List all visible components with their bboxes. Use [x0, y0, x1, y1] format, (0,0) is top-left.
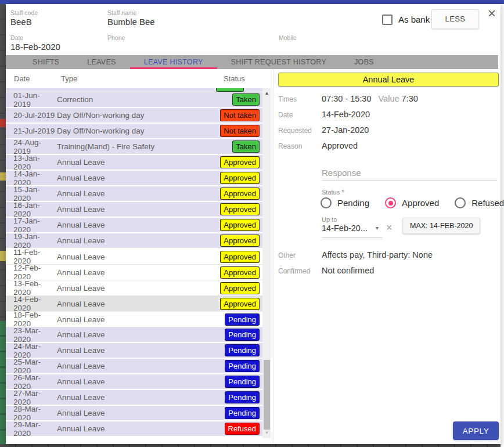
table-row[interactable]: 20-Jul-2019Day Off/Non-working dayNot ta… — [6, 108, 262, 124]
cell-type: Annual Leave — [57, 268, 199, 277]
status-badge: Approved — [220, 156, 260, 168]
status-badge: Pending — [225, 376, 260, 388]
table-row[interactable]: 28-Mar-2020Annual LeavePending — [6, 406, 262, 421]
table-row[interactable]: 23-Mar-2020Annual LeavePending — [6, 327, 262, 343]
status-badge: Approved — [220, 282, 260, 294]
table-row[interactable]: 16-Jan-2020Annual LeaveApproved — [6, 202, 262, 218]
value-label: Value — [379, 94, 399, 103]
table-row[interactable]: 14-Jan-2020Annual LeaveApproved — [6, 171, 262, 186]
cell-date: 12-Feb-2020 — [6, 264, 57, 281]
cell-type: Annual Leave — [57, 315, 199, 324]
tab-leave-history[interactable]: LEAVE HISTORY — [130, 55, 217, 69]
cell-status: Pending — [199, 344, 262, 356]
table-row[interactable]: 12-Feb-2020Annual LeaveApproved — [6, 265, 262, 280]
scrollbar-thumb[interactable] — [264, 360, 270, 430]
cell-type: Annual Leave — [57, 174, 199, 182]
table-row[interactable]: 14-Feb-2020Annual LeaveApproved — [6, 296, 262, 312]
cell-status: Taken — [199, 140, 262, 153]
cell-type: Annual Leave — [57, 236, 199, 245]
table-row[interactable]: 26-Mar-2020Annual LeavePending — [6, 374, 262, 390]
screen: Staff code BeeB Staff name Bumble Bee Da… — [0, 0, 504, 447]
radio-label: Approved — [402, 198, 439, 208]
tab-shifts[interactable]: SHIFTS — [19, 55, 73, 69]
table-row[interactable]: 27-Mar-2020Annual LeavePending — [6, 390, 262, 406]
table-row[interactable]: 24-Aug-2019Training(Mand) - Fire SafetyT… — [6, 139, 262, 155]
cell-date: 21-Jul-2019 — [6, 127, 57, 135]
cell-date: 24-Mar-2020 — [6, 342, 57, 359]
clear-icon[interactable]: × — [386, 222, 393, 234]
background-shift-block — [0, 119, 6, 127]
tab-shift-request-history[interactable]: SHIFT REQUEST HISTORY — [217, 55, 340, 69]
as-bank-label: As bank — [398, 15, 430, 24]
close-icon[interactable]: × — [488, 5, 496, 21]
cell-date: 14-Jan-2020 — [6, 170, 57, 187]
cell-status: Pending — [199, 376, 262, 388]
table-row[interactable]: 11-Feb-2020Annual LeaveApproved — [6, 249, 262, 265]
phone-label: Phone — [107, 34, 125, 41]
status-badge: Approved — [220, 203, 260, 215]
cell-type: Annual Leave — [57, 284, 199, 293]
cell-status: Approved — [199, 188, 262, 200]
staff-code-value: BeeB — [10, 17, 32, 27]
table-row[interactable]: 13-Jan-2020Annual LeaveApproved — [6, 155, 262, 171]
upto-dropdown[interactable]: 14-Feb-20... — [322, 224, 368, 233]
apply-button[interactable]: APPLY — [453, 421, 499, 440]
cell-status: Refused — [199, 423, 262, 435]
cell-date: 01-Jun-2019 — [6, 91, 57, 109]
scroll-up-icon[interactable]: ▲ — [262, 89, 271, 98]
background-page-bottom — [0, 444, 501, 447]
other-value: Affects pay, Third-party: None — [322, 250, 433, 259]
cell-type: Annual Leave — [57, 346, 199, 355]
scroll-down-icon[interactable]: ▼ — [262, 429, 271, 437]
cell-date: 15-Jan-2020 — [6, 185, 57, 203]
background-shift-block — [0, 251, 6, 261]
reason-label: Reason — [278, 142, 302, 150]
less-button[interactable]: LESS — [431, 9, 479, 29]
table-row[interactable]: 19-Jan-2020Annual LeaveApproved — [6, 233, 262, 249]
radio-pending[interactable]: Pending — [321, 197, 369, 208]
status-badge: Approved — [220, 298, 260, 310]
table-header: Date Type Status — [6, 71, 265, 88]
table-row[interactable]: 01-Jun-2019CorrectionTaken — [6, 92, 262, 108]
app-top-bar — [0, 0, 504, 4]
column-header-type: Type — [61, 74, 77, 83]
status-badge: Taken — [232, 140, 260, 153]
chevron-down-icon[interactable]: ▾ — [376, 225, 379, 231]
radio-label: Pending — [337, 198, 369, 208]
status-badge: Approved — [220, 188, 260, 200]
table-row[interactable]: 25-Mar-2020Annual LeavePending — [6, 359, 262, 374]
tab-jobs[interactable]: JOBS — [340, 55, 388, 69]
detail-date-value: 14-Feb-2020 — [322, 110, 370, 119]
table-row-partial[interactable] — [6, 88, 262, 92]
cell-date: 16-Jan-2020 — [6, 201, 57, 218]
cell-date: 25-Mar-2020 — [6, 358, 57, 375]
cell-date: 13-Feb-2020 — [6, 279, 57, 297]
detail-date-label: Date — [278, 111, 293, 119]
cell-type: Training(Mand) - Fire Safety — [57, 142, 199, 151]
cell-type: Annual Leave — [57, 300, 199, 308]
cell-status: Approved — [199, 219, 262, 231]
status-badge: Pending — [225, 360, 260, 372]
cell-type: Annual Leave — [57, 253, 199, 261]
table-row[interactable]: 18-Feb-2020Annual LeavePending — [6, 312, 262, 327]
as-bank-checkbox[interactable] — [382, 15, 393, 25]
tab-leaves[interactable]: LEAVES — [73, 55, 130, 69]
table-row[interactable]: 29-Mar-2020Annual LeaveRefused — [6, 421, 262, 437]
status-badge: Not taken — [220, 125, 260, 137]
mobile-label: Mobile — [279, 34, 297, 41]
cell-status: Pending — [199, 391, 262, 403]
table-scrollbar[interactable]: ▲ ▼ — [262, 88, 271, 438]
status-badge: Refused — [225, 423, 260, 435]
response-input[interactable] — [322, 165, 497, 181]
cell-date: 18-Feb-2020 — [6, 311, 57, 328]
column-header-date: Date — [14, 74, 30, 83]
cell-type: Day Off/Non-working day — [57, 111, 199, 120]
table-row[interactable]: 15-Jan-2020Annual LeaveApproved — [6, 186, 262, 202]
table-row[interactable]: 13-Feb-2020Annual LeaveApproved — [6, 280, 262, 296]
table-row[interactable]: 21-Jul-2019Day Off/Non-working dayNot ta… — [6, 124, 262, 139]
other-label: Other — [278, 251, 296, 259]
radio-refused[interactable]: Refused — [455, 197, 504, 208]
radio-approved[interactable]: Approved — [385, 197, 439, 208]
table-row[interactable]: 24-Mar-2020Annual LeavePending — [6, 343, 262, 359]
table-row[interactable]: 17-Jan-2020Annual LeaveApproved — [6, 218, 262, 233]
